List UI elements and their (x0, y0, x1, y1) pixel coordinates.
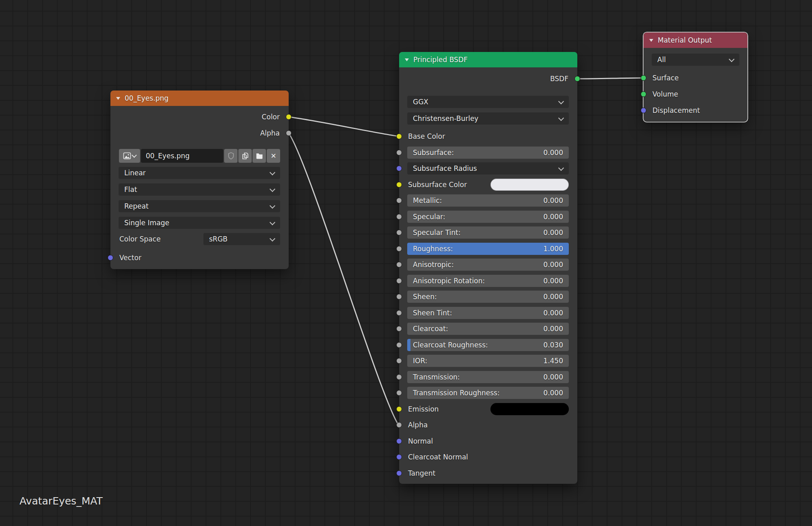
row-label: Specular Tint: (413, 226, 460, 239)
source-dropdown[interactable]: Single Image (119, 217, 280, 229)
target-dropdown[interactable]: All (652, 54, 739, 66)
row-label: Transmission Roughness: (413, 387, 500, 399)
collapse-arrow-icon[interactable] (649, 39, 653, 42)
dropdown-subsurface-radius[interactable]: Subsurface Radius (407, 162, 569, 175)
color-space-label: Color Space (119, 233, 161, 245)
image-node-header[interactable]: 00_Eyes.png (110, 91, 289, 106)
collapse-arrow-icon[interactable] (405, 58, 409, 61)
slider-anisotropic[interactable]: Anisotropic:0.000 (407, 259, 569, 271)
socket-normal-input[interactable] (396, 438, 402, 444)
chevron-down-icon (270, 170, 275, 175)
interpolation-value: Linear (124, 167, 146, 179)
projection-value: Flat (124, 183, 137, 196)
extension-value: Repeat (124, 200, 149, 212)
slider-clearcoat-roughness[interactable]: Clearcoat Roughness:0.030 (407, 339, 569, 351)
socket-transmission-roughness-input[interactable] (396, 390, 402, 396)
socket-anisotropic-input[interactable] (396, 262, 402, 267)
socket-roughness-input[interactable] (396, 246, 402, 252)
interpolation-dropdown[interactable]: Linear (119, 167, 280, 179)
color-swatch-subsurface-color[interactable] (490, 179, 569, 191)
chevron-down-icon (558, 115, 564, 121)
bsdf-node-header[interactable]: Principled BSDF (399, 52, 577, 67)
socket-clearcoat-normal-input[interactable] (396, 454, 402, 460)
socket-volume-input[interactable] (641, 91, 646, 97)
slider-transmission-roughness[interactable]: Transmission Roughness:0.000 (407, 387, 569, 399)
row-value: 1.000 (543, 243, 563, 255)
output-node-header[interactable]: Material Output (644, 32, 747, 48)
output-label-alpha: Alpha (260, 127, 280, 139)
slider-specular-tint[interactable]: Specular Tint:0.000 (407, 226, 569, 239)
unlink-image-button[interactable]: ✕ (267, 149, 280, 163)
row-value: 0.000 (543, 307, 563, 319)
socket-alpha-output[interactable] (286, 130, 292, 136)
node-editor-canvas[interactable]: 00_Eyes.png Color Alpha 00_Eyes.png (0, 0, 812, 526)
projection-dropdown[interactable]: Flat (119, 183, 280, 196)
fake-user-button[interactable] (224, 149, 238, 163)
output-label-color: Color (262, 111, 280, 123)
slider-roughness[interactable]: Roughness:1.000 (407, 243, 569, 255)
chevron-down-icon (558, 165, 564, 171)
input-label-normal: Normal (408, 435, 433, 447)
input-label-emission: Emission (408, 403, 439, 415)
row-label: Clearcoat: (413, 323, 448, 335)
chevron-down-icon (270, 203, 275, 209)
row-value: 0.000 (543, 323, 563, 335)
chevron-down-icon (558, 99, 564, 104)
folder-icon (255, 152, 263, 160)
socket-clearcoat-input[interactable] (396, 326, 402, 332)
socket-transmission-input[interactable] (396, 374, 402, 380)
socket-metallic-input[interactable] (396, 198, 402, 203)
socket-sheen-input[interactable] (396, 294, 402, 300)
input-label-tangent: Tangent (408, 467, 435, 479)
slider-metallic[interactable]: Metallic:0.000 (407, 194, 569, 207)
socket-clearcoat-roughness-input[interactable] (396, 342, 402, 348)
slider-specular[interactable]: Specular:0.000 (407, 211, 569, 223)
socket-tangent-input[interactable] (396, 470, 402, 476)
image-datablock-menu[interactable] (119, 149, 140, 163)
socket-ior-input[interactable] (396, 358, 402, 364)
node-principled-bsdf[interactable]: Principled BSDF BSDF GGX Christensen-Bur… (399, 52, 577, 484)
chevron-down-icon (270, 186, 275, 192)
socket-anisotropic-rotation-input[interactable] (396, 278, 402, 284)
collapse-arrow-icon[interactable] (116, 97, 120, 100)
row-label: Roughness: (413, 243, 453, 255)
socket-subsurface-radius-input[interactable] (396, 166, 402, 171)
row-value: 0.000 (543, 147, 563, 159)
copy-icon (241, 152, 249, 160)
open-image-button[interactable] (253, 149, 266, 163)
slider-clearcoat[interactable]: Clearcoat:0.000 (407, 323, 569, 335)
socket-displacement-input[interactable] (641, 108, 646, 113)
input-label-clearcoat-normal: Clearcoat Normal (408, 451, 468, 463)
socket-subsurface-input[interactable] (396, 150, 402, 155)
socket-vector-input[interactable] (108, 255, 113, 261)
socket-sheen-tint-input[interactable] (396, 310, 402, 316)
socket-base-color-input[interactable] (396, 134, 402, 139)
duplicate-image-button[interactable] (238, 149, 252, 163)
slider-sheen[interactable]: Sheen:0.000 (407, 291, 569, 303)
socket-alpha-input[interactable] (396, 422, 402, 428)
socket-specular-input[interactable] (396, 214, 402, 220)
slider-sheen-tint[interactable]: Sheen Tint:0.000 (407, 307, 569, 319)
subsurface-method-dropdown[interactable]: Christensen-Burley (407, 112, 569, 125)
row-value: 0.030 (543, 339, 563, 351)
target-value: All (657, 54, 666, 66)
node-image-texture[interactable]: 00_Eyes.png Color Alpha 00_Eyes.png (110, 91, 289, 269)
slider-ior[interactable]: IOR:1.450 (407, 355, 569, 367)
image-name-field[interactable]: 00_Eyes.png (141, 149, 223, 163)
color-space-dropdown[interactable]: sRGB (203, 233, 280, 245)
row-label: Clearcoat Roughness: (413, 339, 488, 351)
socket-color-output[interactable] (286, 114, 292, 120)
slider-anisotropic-rotation[interactable]: Anisotropic Rotation:0.000 (407, 275, 569, 287)
socket-surface-input[interactable] (641, 75, 646, 81)
row-value: 0.000 (543, 387, 563, 399)
slider-subsurface[interactable]: Subsurface:0.000 (407, 147, 569, 159)
distribution-dropdown[interactable]: GGX (407, 96, 569, 108)
node-material-output[interactable]: Material Output All Surface Volume Displ… (644, 32, 747, 122)
color-swatch-emission[interactable] (490, 403, 569, 415)
extension-dropdown[interactable]: Repeat (119, 200, 280, 212)
socket-bsdf-output[interactable] (574, 76, 580, 82)
socket-emission-input[interactable] (396, 406, 402, 412)
socket-specular-tint-input[interactable] (396, 230, 402, 235)
socket-subsurface-color-input[interactable] (396, 182, 402, 188)
slider-transmission[interactable]: Transmission:0.000 (407, 371, 569, 383)
